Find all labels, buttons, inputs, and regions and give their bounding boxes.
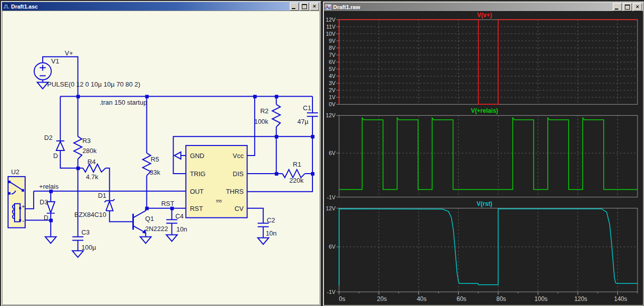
component-r3-resistor[interactable] [74, 136, 82, 159]
y-tick-label: 8V [329, 45, 336, 51]
schematic-window: Draft1.asc × [1, 1, 321, 306]
plot-pane-V(rst)[interactable]: 12V6V-1VV(rst) [326, 200, 637, 295]
schematic-label: RST [190, 205, 203, 212]
plot-pane-V(+relais)[interactable]: 12V6V-1VV(+relais) [326, 107, 637, 200]
component-c3-capacitor[interactable] [72, 237, 84, 240]
x-tick-label: 140s [614, 295, 627, 302]
desktop: Draft1.asc × [0, 0, 644, 306]
plot-panel[interactable]: 12V11V10V9V8V7V6V5V4V3V2V1V0VV(v+)12V6V-… [324, 11, 643, 305]
y-tick-label: 10V [326, 31, 336, 37]
y-tick-label: 7V [329, 52, 336, 58]
component-c4-capacitor[interactable] [166, 220, 177, 223]
schematic-label: R2 [260, 107, 269, 115]
x-tick-label: 20s [377, 295, 386, 302]
y-tick-label: 6V [329, 59, 336, 65]
y-tick-label: 11V [326, 24, 336, 30]
schematic-label: 280k [83, 147, 97, 155]
schematic-label: 100µ [82, 244, 97, 251]
component-c2-capacitor[interactable] [258, 223, 269, 227]
pane-title: V(+relais) [471, 107, 498, 114]
schematic-label: CV [234, 205, 244, 212]
y-tick-label: 6V [329, 150, 336, 156]
component-q1-transistor[interactable] [133, 208, 146, 237]
minimize-button[interactable] [290, 3, 299, 11]
close-button[interactable]: × [633, 3, 642, 11]
ltspice-app-icon [3, 4, 10, 10]
maximize-button[interactable] [300, 3, 309, 11]
schematic-label: C2 [267, 216, 275, 224]
schematic-titlebar[interactable]: Draft1.asc × [2, 2, 320, 11]
schematic-label: D [44, 214, 48, 221]
schematic-label: Vcc [233, 152, 244, 160]
trace-V(rst)[interactable] [339, 209, 637, 285]
x-tick-label: 100s [534, 295, 547, 302]
schematic-label: GND [190, 152, 204, 160]
schematic-window-title: Draft1.asc [11, 4, 288, 10]
schematic-label: 10n [176, 226, 187, 234]
component-r2-resistor[interactable] [272, 104, 280, 127]
schematic-label: THRS [226, 188, 244, 195]
schematic-label: + [22, 203, 25, 209]
schematic-drawing[interactable]: V+V1PULSE(0 12 0 10µ 10µ 70 80 2).tran 1… [3, 11, 319, 304]
y-tick-label: 5V [329, 66, 336, 72]
schematic-label: OUT [190, 188, 203, 195]
component-d1-zener-diode[interactable] [105, 199, 115, 211]
schematic-label: R5 [151, 156, 159, 163]
schematic-label: C4 [175, 212, 184, 220]
x-tick-label: 120s [574, 295, 587, 302]
x-tick-label: 40s [417, 295, 426, 302]
schematic-label: 100k [254, 118, 269, 125]
schematic-label: - [22, 217, 24, 224]
schematic-label: Q1 [145, 215, 154, 222]
waveform-titlebar[interactable]: Draft1.raw × [324, 3, 643, 11]
schematic-label: TRIG [190, 170, 205, 178]
y-tick-label: 6V [329, 244, 336, 250]
schematic-label: V+ [65, 49, 73, 57]
schematic-label: D1 [98, 192, 107, 199]
y-tick-label: -1V [327, 289, 336, 295]
y-tick-label: 0V [329, 101, 336, 107]
pane-title: V(rst) [476, 200, 492, 207]
y-tick-label: -1V [327, 194, 336, 200]
component-v1-voltage-source[interactable] [34, 63, 51, 80]
y-tick-label: 12V [326, 205, 336, 211]
y-tick-label: 3V [329, 80, 336, 86]
schematic-label: RST [161, 200, 174, 207]
plot-frame [339, 115, 637, 197]
waveform-app-icon [325, 4, 332, 10]
plot-pane-V(v+)[interactable]: 12V11V10V9V8V7V6V5V4V3V2V1V0VV(v+) [326, 12, 637, 107]
schematic-label: BZX84C10 [74, 211, 106, 218]
schematic-label: D [53, 152, 58, 160]
schematic-label: 555 [216, 199, 222, 203]
schematic-label: 47µ [297, 118, 308, 125]
schematic-label: 220k [289, 177, 304, 184]
schematic-label: R1 [293, 161, 301, 168]
schematic-canvas[interactable]: V+V1PULSE(0 12 0 10µ 10µ 70 80 2).tran 1… [2, 11, 320, 305]
y-tick-label: 12V [326, 112, 336, 118]
schematic-label: DIS [233, 170, 244, 178]
component-d2-diode[interactable] [56, 141, 64, 150]
maximize-button[interactable] [623, 3, 632, 11]
schematic-label: PULSE(0 12 0 10µ 10µ 70 80 2) [47, 81, 140, 88]
plots-drawing[interactable]: 12V11V10V9V8V7V6V5V4V3V2V1V0VV(v+)12V6V-… [325, 12, 642, 304]
schematic-label: U2 [11, 168, 20, 176]
y-tick-label: 2V [329, 87, 336, 93]
schematic-label: C3 [82, 228, 90, 236]
close-button[interactable]: × [310, 3, 319, 11]
y-tick-label: 12V [326, 17, 336, 23]
time-axis: 0s20s40s60s80s100s120s140s [339, 292, 637, 302]
schematic-label: D3 [40, 198, 48, 206]
waveform-window-title: Draft1.raw [333, 4, 611, 10]
y-tick-label: 9V [329, 38, 336, 44]
x-tick-label: 80s [497, 295, 506, 302]
schematic-label: 33k [150, 169, 160, 176]
schematic-label: C1 [303, 104, 311, 112]
trace-V(+relais)[interactable] [339, 118, 637, 189]
schematic-label: 4.7k [86, 173, 99, 181]
component-c1-capacitor[interactable] [307, 113, 318, 116]
plot-frame [339, 208, 637, 292]
schematic-label: R4 [88, 158, 96, 166]
schematic-label: R3 [83, 137, 91, 144]
minimize-button[interactable] [613, 3, 622, 11]
schematic-label: 2N2222 [145, 225, 168, 233]
